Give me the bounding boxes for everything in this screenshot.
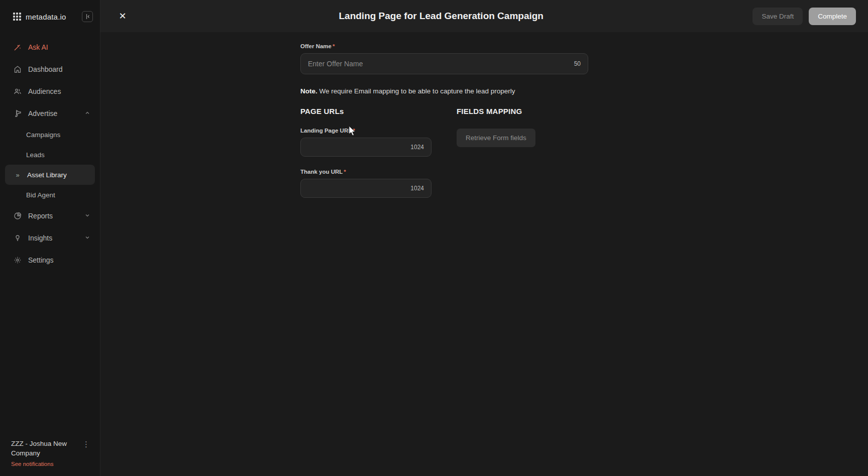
landing-page-url-label: Landing Page URL* — [300, 128, 431, 134]
pie-chart-icon — [13, 212, 22, 220]
sidebar-collapse-button[interactable] — [82, 11, 93, 22]
ask-ai-sparkle-icon — [13, 43, 22, 51]
sidebar-item-label: Reports — [28, 212, 79, 220]
offer-name-input-shell: 50 — [300, 53, 588, 74]
retrieve-form-fields-button[interactable]: Retrieve Form fields — [457, 129, 535, 147]
sidebar-item-label: Dashboard — [28, 65, 90, 73]
landing-page-url-input-shell: 1024 — [300, 138, 431, 157]
offer-name-label-text: Offer Name — [300, 43, 332, 49]
required-asterisk: * — [353, 128, 355, 134]
page-urls-heading: PAGE URLs — [300, 107, 431, 115]
landing-page-url-input[interactable] — [308, 143, 405, 151]
sidebar-item-reports[interactable]: Reports — [5, 205, 95, 227]
sidebar-item-insights[interactable]: Insights — [5, 227, 95, 249]
sidebar-item-label: Settings — [28, 256, 90, 264]
thank-you-url-field: Thank you URL* 1024 — [300, 169, 431, 198]
offer-name-counter: 50 — [574, 60, 581, 67]
sidebar-item-label: Campaigns — [26, 131, 60, 139]
account-kebab-menu-icon[interactable]: ⋮ — [79, 439, 93, 450]
sidebar: metadata.io Ask AI — [0, 0, 100, 476]
account-section: ZZZ - Joshua New Company See notificatio… — [0, 432, 100, 476]
note-rest: We require Email mapping to be able to c… — [317, 87, 515, 95]
megaphone-icon — [13, 109, 22, 117]
thank-you-url-input-shell: 1024 — [300, 179, 431, 198]
chevron-down-icon — [85, 235, 90, 241]
header-actions: Save Draft Complete — [752, 8, 856, 25]
sidebar-item-audiences[interactable]: Audiences — [5, 80, 95, 102]
complete-button[interactable]: Complete — [809, 8, 856, 25]
offer-name-input[interactable] — [308, 60, 569, 68]
modal-header: ✕ Landing Page for Lead Generation Campa… — [100, 0, 868, 32]
thank-you-url-input[interactable] — [308, 184, 405, 192]
double-chevron-icon: » — [13, 171, 22, 179]
brand-name: metadata.io — [26, 13, 82, 21]
main-panel: ✕ Landing Page for Lead Generation Campa… — [100, 0, 868, 476]
sidebar-item-label: Bid Agent — [26, 191, 55, 199]
form-columns: PAGE URLs Landing Page URL* 1024 — [300, 107, 588, 198]
home-icon — [13, 65, 22, 73]
required-asterisk: * — [344, 169, 346, 175]
offer-name-label: Offer Name* — [300, 43, 588, 49]
sidebar-item-asset-library[interactable]: » Asset Library — [5, 165, 95, 185]
sidebar-item-label: Insights — [28, 234, 79, 242]
form-content: Offer Name* 50 Note. We require Email ma… — [100, 32, 868, 476]
see-notifications-link[interactable]: See notifications — [11, 461, 79, 467]
landing-page-url-field: Landing Page URL* 1024 — [300, 128, 431, 157]
users-icon — [13, 87, 22, 95]
fields-mapping-heading: FIELDS MAPPING — [457, 107, 588, 115]
lightbulb-icon — [13, 234, 22, 242]
landing-page-url-label-text: Landing Page URL — [300, 128, 352, 134]
sidebar-nav: Ask AI Dashboard Audiences — [0, 32, 100, 432]
save-draft-button[interactable]: Save Draft — [752, 8, 803, 25]
collapse-icon — [84, 14, 90, 20]
account-texts: ZZZ - Joshua New Company See notificatio… — [11, 439, 79, 467]
sidebar-item-label: Asset Library — [27, 171, 67, 179]
app-window: metadata.io Ask AI — [0, 0, 868, 476]
logo-row: metadata.io — [0, 0, 100, 32]
sidebar-item-settings[interactable]: Settings — [5, 249, 95, 271]
account-name: ZZZ - Joshua New Company — [11, 439, 75, 458]
sidebar-item-ask-ai[interactable]: Ask AI — [5, 36, 95, 58]
form-wrap: Offer Name* 50 Note. We require Email ma… — [300, 43, 588, 198]
sidebar-item-label: Audiences — [28, 87, 90, 95]
sidebar-item-advertise[interactable]: Advertise — [5, 102, 95, 125]
close-button[interactable]: ✕ — [116, 9, 130, 23]
page-urls-column: PAGE URLs Landing Page URL* 1024 — [300, 107, 431, 198]
gear-icon — [13, 256, 22, 264]
page-title: Landing Page for Lead Generation Campaig… — [130, 11, 752, 22]
landing-page-url-counter: 1024 — [410, 144, 424, 151]
fields-mapping-column: FIELDS MAPPING Retrieve Form fields — [457, 107, 588, 198]
thank-you-url-counter: 1024 — [410, 185, 424, 192]
note-text: Note. We require Email mapping to be abl… — [300, 87, 588, 95]
required-asterisk: * — [333, 43, 335, 49]
thank-you-url-label: Thank you URL* — [300, 169, 431, 175]
chevron-down-icon — [85, 213, 90, 219]
sidebar-item-label: Ask AI — [28, 43, 90, 51]
sidebar-item-label: Advertise — [28, 109, 79, 117]
sidebar-item-label: Leads — [26, 151, 45, 159]
sidebar-item-leads[interactable]: Leads — [5, 145, 95, 165]
note-bold: Note. — [300, 87, 317, 95]
sidebar-item-bid-agent[interactable]: Bid Agent — [5, 185, 95, 205]
sidebar-item-dashboard[interactable]: Dashboard — [5, 58, 95, 80]
sidebar-item-campaigns[interactable]: Campaigns — [5, 125, 95, 145]
chevron-up-icon — [85, 110, 90, 116]
thank-you-url-label-text: Thank you URL — [300, 169, 343, 175]
metadata-logo-icon — [13, 13, 21, 21]
